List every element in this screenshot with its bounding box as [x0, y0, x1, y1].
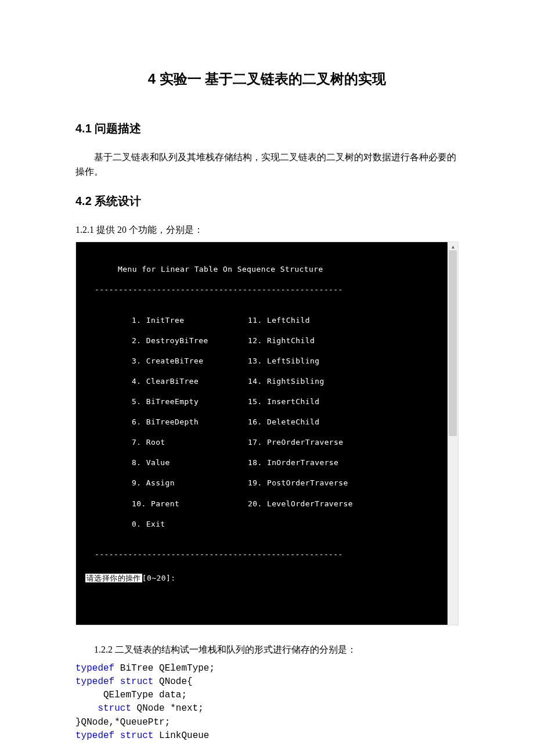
paragraph-1-2-2: 1.2.2 二叉链表的结构试一堆栈和队列的形式进行储存的分别是： — [75, 643, 459, 657]
menu-item: 13. LeftSibling — [248, 356, 319, 366]
menu-row: 3. CreateBiTree13. LeftSibling — [132, 356, 448, 366]
menu-title: Menu for Linear Table On Sequence Struct… — [76, 264, 448, 275]
menu-divider-bottom: ----------------------------------------… — [76, 549, 448, 560]
console-output: Menu for Linear Table On Sequence Struct… — [76, 242, 448, 625]
menu-item: 19. PostOrderTraverse — [248, 478, 348, 488]
menu-row: 2. DestroyBiTree12. RightChild — [132, 336, 448, 346]
scrollbar[interactable]: ▴ — [448, 242, 458, 625]
section-4-2-heading: 4.2 系统设计 — [75, 193, 459, 209]
code-keyword: typedef — [75, 663, 114, 674]
menu-item: 12. RightChild — [248, 336, 315, 346]
menu-items: 1. InitTree11. LeftChild 2. DestroyBiTre… — [76, 305, 448, 539]
menu-row: 7. Root17. PreOrderTraverse — [132, 437, 448, 448]
code-text: QElemType data; — [75, 690, 187, 700]
menu-row: 0. Exit — [132, 519, 448, 530]
menu-item: 3. CreateBiTree — [132, 356, 248, 366]
menu-row: 9. Assign19. PostOrderTraverse — [132, 478, 448, 488]
prompt-range: [0~20]: — [142, 574, 176, 582]
menu-item: 18. InOrderTraverse — [248, 458, 338, 468]
menu-item: 6. BiTreeDepth — [132, 417, 248, 427]
code-keyword: struct — [75, 703, 131, 714]
menu-row: 5. BiTreeEmpty15. InsertChild — [132, 397, 448, 407]
menu-item: 16. DeleteChild — [248, 417, 319, 427]
menu-item: 9. Assign — [132, 478, 248, 488]
section-4-1-body: 基于二叉链表和队列及其堆栈存储结构，实现二叉链表的二叉树的对数据进行各种必要的操… — [75, 150, 459, 179]
menu-item: 2. DestroyBiTree — [132, 336, 248, 346]
code-keyword: struct — [114, 730, 153, 741]
console-screenshot: Menu for Linear Table On Sequence Struct… — [75, 242, 459, 625]
console-prompt: 请选择你的操作[0~20]: — [76, 573, 448, 584]
prompt-highlight: 请选择你的操作 — [85, 574, 142, 582]
menu-item: 20. LevelOrderTraverse — [248, 499, 353, 509]
menu-item: 0. Exit — [132, 519, 248, 530]
menu-item: 7. Root — [132, 437, 248, 448]
menu-row: 1. InitTree11. LeftChild — [132, 315, 448, 326]
menu-item: 15. InsertChild — [248, 397, 319, 407]
menu-item: 14. RightSibling — [248, 376, 324, 387]
menu-row: 8. Value18. InOrderTraverse — [132, 458, 448, 468]
menu-item: 5. BiTreeEmpty — [132, 397, 248, 407]
menu-item: 1. InitTree — [132, 315, 248, 326]
scroll-up-icon[interactable]: ▴ — [448, 243, 458, 250]
menu-row: 10. Parent20. LevelOrderTraverse — [132, 499, 448, 509]
page-title: 4 实验一 基于二叉链表的二叉树的实现 — [75, 70, 459, 88]
menu-item: 17. PreOrderTraverse — [248, 437, 344, 448]
paragraph-1-2-1: 1.2.1 提供 20 个功能，分别是： — [75, 223, 459, 237]
code-text: LinkQueue — [153, 730, 209, 741]
menu-item: 8. Value — [132, 458, 248, 468]
code-text: QNode *next; — [131, 703, 204, 714]
code-text: QNode{ — [153, 676, 192, 687]
code-block: typedef BiTree QElemType; typedef struct… — [75, 662, 459, 756]
menu-row: 4. ClearBiTree14. RightSibling — [132, 376, 448, 387]
menu-item: 10. Parent — [132, 499, 248, 509]
menu-item: 4. ClearBiTree — [132, 376, 248, 387]
menu-item: 11. LeftChild — [248, 315, 310, 326]
code-text: BiTree QElemType; — [114, 663, 215, 674]
document-page: 4 实验一 基于二叉链表的二叉树的实现 4.1 问题描述 基于二叉链表和队列及其… — [0, 0, 534, 756]
code-keyword: typedef — [75, 730, 114, 741]
scrollbar-thumb[interactable] — [449, 250, 457, 436]
code-keyword: struct — [114, 676, 153, 687]
code-text: }QNode,*QueuePtr; — [75, 717, 170, 728]
menu-row: 6. BiTreeDepth16. DeleteChild — [132, 417, 448, 427]
section-4-1-heading: 4.1 问题描述 — [75, 121, 459, 136]
code-keyword: typedef — [75, 676, 114, 687]
menu-divider-top: ----------------------------------------… — [76, 285, 448, 295]
